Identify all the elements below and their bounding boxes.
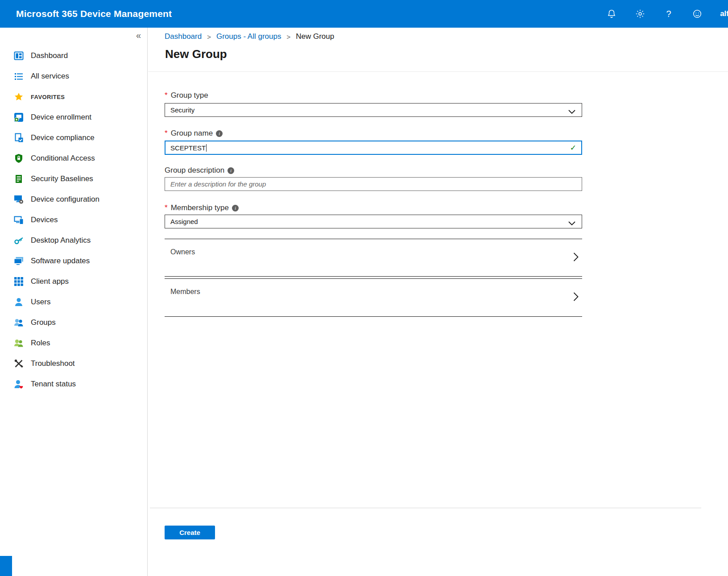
- troubleshoot-icon: [13, 359, 24, 369]
- page-title: New Group: [165, 47, 227, 61]
- membership-type-label: * Membership type i: [165, 203, 239, 212]
- sidebar-item-client-apps[interactable]: Client apps: [0, 271, 147, 292]
- sidebar-item-device-configuration[interactable]: Device configuration: [0, 189, 147, 210]
- chevron-down-icon: [568, 220, 575, 227]
- sidebar-item-label: All services: [31, 72, 69, 81]
- sidebar-item-label: Client apps: [31, 277, 69, 286]
- star-icon: [13, 92, 24, 101]
- desktop-analytics-icon: [13, 236, 24, 245]
- sidebar-item-security-baselines[interactable]: Security Baselines: [0, 169, 147, 189]
- sidebar-item-label: Users: [31, 298, 50, 307]
- client-apps-icon: [13, 277, 24, 286]
- members-label: Members: [170, 288, 200, 296]
- topbar-actions: ? alf: [606, 8, 728, 20]
- chevron-right-icon: [573, 292, 579, 303]
- sidebar-item-label: Dashboard: [31, 51, 68, 60]
- dashboard-icon: [13, 51, 24, 61]
- sidebar-item-device-enrollment[interactable]: Device enrollment: [0, 107, 147, 128]
- owners-label: Owners: [170, 248, 195, 256]
- settings-gear-icon[interactable]: [634, 8, 646, 20]
- sidebar-item-label: Device compliance: [31, 133, 95, 142]
- breadcrumb-groups-link[interactable]: Groups - All groups: [216, 32, 281, 41]
- all-services-icon: [13, 71, 24, 81]
- device-configuration-icon: [13, 195, 24, 204]
- info-icon[interactable]: i: [216, 130, 223, 137]
- group-name-input[interactable]: SCEPTEST ✓: [165, 141, 582, 155]
- app-title: Microsoft 365 Device Management: [16, 8, 172, 19]
- group-name-label: * Group name i: [165, 129, 223, 138]
- sidebar-item-label: Tenant status: [31, 380, 76, 389]
- breadcrumb-current: New Group: [296, 32, 334, 41]
- info-icon[interactable]: i: [232, 205, 239, 211]
- group-name-value: SCEPTEST: [170, 144, 206, 152]
- sidebar-item-all-services[interactable]: All services: [0, 66, 147, 87]
- required-marker: *: [165, 129, 168, 138]
- sidebar-item-devices[interactable]: Devices: [0, 210, 147, 230]
- notifications-bell-icon[interactable]: [606, 8, 617, 20]
- sidebar-item-label: Device enrollment: [31, 113, 91, 122]
- members-section[interactable]: Members: [165, 278, 582, 317]
- text-caret: [206, 144, 207, 152]
- groups-icon: [13, 318, 24, 327]
- sidebar-item-groups[interactable]: Groups: [0, 312, 147, 333]
- sidebar-item-conditional-access[interactable]: Conditional Access: [0, 148, 147, 169]
- required-marker: *: [165, 203, 168, 212]
- devices-icon: [13, 215, 24, 225]
- group-description-label: Group description i: [165, 166, 234, 175]
- top-bar: Microsoft 365 Device Management ? alf: [0, 0, 728, 28]
- footer-divider: [150, 508, 701, 508]
- feedback-smiley-icon[interactable]: [691, 8, 703, 20]
- chevron-down-icon: [568, 108, 575, 116]
- info-icon[interactable]: i: [228, 167, 234, 174]
- sidebar-item-label: Software updates: [31, 257, 90, 265]
- sidebar-item-software-updates[interactable]: Software updates: [0, 251, 147, 271]
- sidebar-item-desktop-analytics[interactable]: Desktop Analytics: [0, 230, 147, 251]
- sidebar-item-dashboard[interactable]: Dashboard: [0, 46, 147, 66]
- sidebar-item-label: Roles: [31, 339, 50, 348]
- breadcrumb-separator-icon: >: [207, 33, 211, 41]
- chevron-right-icon: [573, 252, 579, 263]
- sidebar-item-label: Devices: [31, 215, 58, 224]
- user-account-label[interactable]: alf: [720, 9, 728, 18]
- favorites-label: FAVORITES: [31, 94, 65, 100]
- membership-type-select[interactable]: Assigned: [165, 215, 582, 228]
- software-updates-icon: [13, 256, 24, 266]
- device-compliance-icon: [13, 133, 24, 143]
- group-type-value: Security: [170, 106, 194, 114]
- main-content: Dashboard > Groups - All groups > New Gr…: [148, 28, 728, 576]
- help-icon[interactable]: ?: [663, 8, 674, 20]
- sidebar-item-tenant-status[interactable]: Tenant status: [0, 374, 147, 394]
- valid-checkmark-icon: ✓: [570, 143, 576, 153]
- favorites-header: FAVORITES: [0, 87, 147, 107]
- header-divider: [148, 71, 728, 72]
- roles-icon: [13, 338, 24, 348]
- sidebar-item-label: Troubleshoot: [31, 359, 75, 368]
- sidebar-item-label: Conditional Access: [31, 154, 95, 163]
- membership-type-value: Assigned: [170, 218, 198, 225]
- sidebar-nav: Dashboard All services FAVORITES Device …: [0, 28, 147, 394]
- owners-section[interactable]: Owners: [165, 239, 582, 277]
- conditional-access-icon: [13, 153, 24, 163]
- sidebar-item-label: Desktop Analytics: [31, 236, 91, 245]
- sidebar-item-roles[interactable]: Roles: [0, 333, 147, 353]
- sidebar-item-troubleshoot[interactable]: Troubleshoot: [0, 353, 147, 374]
- sidebar: « Dashboard All services FAVORITES: [0, 28, 148, 576]
- required-marker: *: [165, 91, 168, 100]
- sidebar-collapse-icon[interactable]: «: [136, 30, 141, 41]
- sidebar-item-label: Groups: [31, 318, 56, 327]
- sidebar-item-label: Security Baselines: [31, 174, 93, 183]
- breadcrumb-separator-icon: >: [286, 33, 290, 41]
- group-type-select[interactable]: Security: [165, 103, 582, 117]
- group-type-label: * Group type: [165, 91, 208, 100]
- breadcrumb-dashboard-link[interactable]: Dashboard: [165, 32, 202, 41]
- group-description-input[interactable]: [165, 177, 582, 191]
- users-icon: [13, 297, 24, 307]
- app-window: Microsoft 365 Device Management ? alf « …: [0, 0, 728, 576]
- device-enrollment-icon: [13, 112, 24, 122]
- security-baselines-icon: [13, 174, 24, 184]
- sidebar-item-device-compliance[interactable]: Device compliance: [0, 128, 147, 148]
- breadcrumb: Dashboard > Groups - All groups > New Gr…: [165, 32, 334, 41]
- create-button[interactable]: Create: [165, 526, 215, 539]
- sidebar-item-users[interactable]: Users: [0, 292, 147, 312]
- bottom-left-accent: [0, 556, 12, 576]
